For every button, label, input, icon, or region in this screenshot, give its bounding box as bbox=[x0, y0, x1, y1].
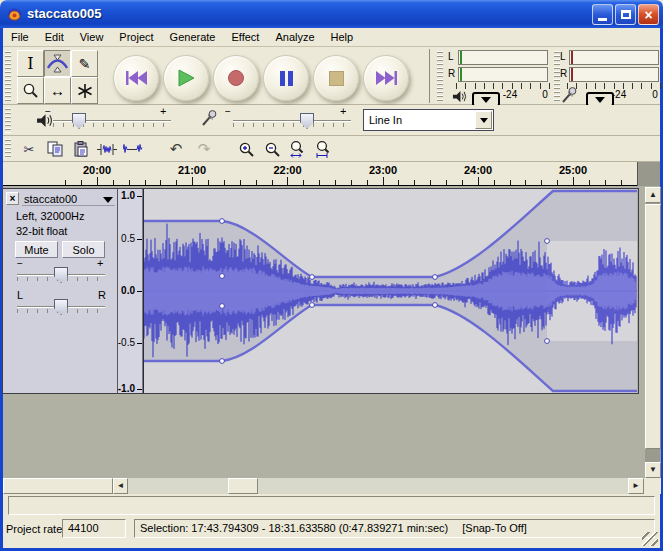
ruler-minor-tick bbox=[81, 180, 82, 185]
multi-tool-button[interactable] bbox=[71, 77, 98, 104]
pause-button[interactable] bbox=[263, 55, 309, 101]
play-button[interactable] bbox=[163, 55, 209, 101]
vruler-tick bbox=[137, 196, 142, 197]
solo-label: Solo bbox=[72, 244, 94, 256]
input-meter-right-bar[interactable] bbox=[569, 67, 659, 82]
menu-item-generate[interactable]: Generate bbox=[162, 29, 224, 45]
snap-to-status: [Snap-To Off] bbox=[462, 522, 527, 534]
microphone-icon bbox=[199, 108, 219, 128]
ruler-minor-tick bbox=[446, 180, 447, 185]
close-button[interactable]: × bbox=[638, 4, 659, 25]
horizontal-scroll-thumb[interactable] bbox=[228, 478, 258, 494]
fit-selection-button[interactable] bbox=[285, 138, 311, 160]
ruler-label: 21:00 bbox=[170, 164, 214, 176]
skip-to-end-button[interactable] bbox=[363, 55, 409, 101]
track-title-menu[interactable]: staccato00 bbox=[22, 191, 115, 206]
waveform-display[interactable] bbox=[143, 189, 637, 393]
vertical-scroll-thumb[interactable] bbox=[645, 204, 661, 449]
title-bar[interactable]: staccato005 × bbox=[0, 0, 663, 28]
scroll-left-button[interactable]: ◄ bbox=[113, 478, 128, 494]
undo-button[interactable]: ↶ bbox=[163, 138, 189, 160]
record-button[interactable] bbox=[213, 55, 259, 101]
ruler-minor-tick bbox=[224, 180, 225, 185]
envelope-tool-button[interactable] bbox=[44, 50, 71, 77]
ruler-label: 23:00 bbox=[361, 164, 405, 176]
menu-item-edit[interactable]: Edit bbox=[37, 29, 72, 45]
gain-slider[interactable] bbox=[17, 268, 105, 282]
ruler-minor-tick bbox=[160, 180, 161, 185]
input-volume-slider[interactable] bbox=[233, 114, 351, 128]
edit-grip[interactable] bbox=[5, 139, 11, 159]
menu-item-analyze[interactable]: Analyze bbox=[267, 29, 322, 45]
input-meter-left-bar[interactable] bbox=[569, 50, 659, 65]
minimize-button[interactable] bbox=[592, 4, 613, 25]
output-volume-slider[interactable] bbox=[53, 114, 171, 128]
ruler-minor-tick bbox=[303, 180, 304, 185]
toolbar-grip[interactable] bbox=[5, 51, 11, 101]
vruler-label: 0.5 bbox=[121, 233, 135, 244]
redo-button[interactable]: ↷ bbox=[191, 138, 217, 160]
menu-item-file[interactable]: File bbox=[3, 29, 37, 45]
fit-project-button[interactable] bbox=[311, 138, 337, 160]
combobox-arrow-button[interactable] bbox=[475, 111, 492, 129]
menu-item-help[interactable]: Help bbox=[323, 29, 362, 45]
silence-button[interactable] bbox=[120, 138, 146, 160]
toolbar-separator bbox=[429, 49, 430, 103]
slider-ticks bbox=[53, 123, 171, 127]
maximize-button[interactable] bbox=[615, 4, 636, 25]
input-source-value: Line In bbox=[369, 114, 402, 126]
zoom-tool-button[interactable] bbox=[17, 77, 44, 104]
ruler-minor-tick bbox=[272, 180, 273, 185]
vruler-label: 0.0 bbox=[121, 285, 135, 296]
solo-button[interactable]: Solo bbox=[62, 241, 105, 258]
skip-to-start-button[interactable] bbox=[113, 55, 159, 101]
timeline-ruler[interactable]: 20:0021:0022:0023:0024:0025:00 bbox=[3, 162, 637, 186]
mixer-grip[interactable] bbox=[5, 108, 11, 133]
stop-button[interactable] bbox=[313, 55, 359, 101]
output-meter-right-bar[interactable] bbox=[458, 67, 548, 82]
input-source-combobox[interactable]: Line In bbox=[363, 109, 494, 131]
ruler-minor-tick bbox=[525, 180, 526, 185]
ruler-minor-tick bbox=[462, 180, 463, 185]
project-rate-field: 44100 bbox=[62, 519, 126, 538]
pencil-icon: ✎ bbox=[79, 56, 91, 72]
input-volume-plus: + bbox=[340, 105, 346, 117]
down-arrow-icon: ▼ bbox=[649, 466, 657, 474]
copy-button[interactable] bbox=[42, 138, 68, 160]
output-meter-left-bar[interactable] bbox=[458, 50, 548, 65]
menu-item-view[interactable]: View bbox=[72, 29, 112, 45]
track-close-button[interactable]: × bbox=[6, 192, 19, 205]
horizontal-scrollbar-track[interactable] bbox=[128, 478, 628, 494]
pan-slider[interactable] bbox=[17, 300, 105, 314]
maximize-icon bbox=[621, 10, 631, 19]
ibeam-icon: I bbox=[27, 54, 33, 73]
paste-button[interactable] bbox=[68, 138, 94, 160]
stop-icon bbox=[329, 71, 344, 86]
resize-grip[interactable] bbox=[642, 532, 658, 546]
record-icon bbox=[227, 69, 245, 87]
timeshift-tool-button[interactable]: ↔ bbox=[44, 77, 71, 104]
zoom-out-button[interactable] bbox=[259, 138, 285, 160]
app-icon bbox=[6, 5, 23, 22]
mute-button[interactable]: Mute bbox=[15, 241, 58, 258]
vertical-ruler: 1.00.50.0-0.5-1.0 bbox=[117, 189, 143, 393]
vruler-label: -1.0 bbox=[118, 383, 135, 394]
selection-tool-button[interactable]: I bbox=[17, 50, 44, 77]
project-rate-value: 44100 bbox=[63, 520, 125, 537]
zoom-in-button[interactable] bbox=[233, 138, 259, 160]
menu-item-project[interactable]: Project bbox=[111, 29, 161, 45]
envelope-control-point bbox=[433, 275, 438, 280]
cut-button[interactable]: ✂ bbox=[16, 138, 42, 160]
output-volume-minus: − bbox=[45, 106, 51, 117]
scroll-right-button[interactable]: ► bbox=[628, 478, 644, 494]
draw-tool-button[interactable]: ✎ bbox=[71, 50, 98, 77]
ruler-minor-tick bbox=[145, 180, 146, 185]
track-name: staccato00 bbox=[24, 193, 77, 205]
scroll-up-button[interactable]: ▲ bbox=[645, 187, 661, 203]
menu-item-effect[interactable]: Effect bbox=[223, 29, 267, 45]
trim-button[interactable] bbox=[94, 138, 120, 160]
vertical-scrollbar[interactable]: ▲ ▼ bbox=[645, 187, 661, 478]
ruler-minor-tick bbox=[319, 180, 320, 185]
scroll-down-button[interactable]: ▼ bbox=[645, 462, 661, 478]
output-meter-grip[interactable] bbox=[437, 51, 443, 101]
